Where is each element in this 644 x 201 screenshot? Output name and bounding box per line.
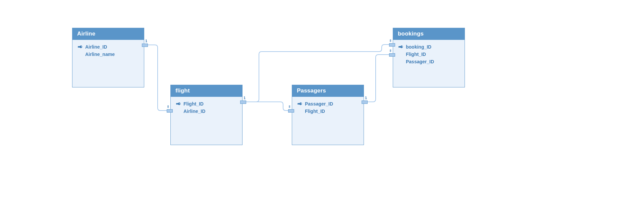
attribute-row: Passager_ID: [398, 58, 461, 65]
cardinality-label: 1: [244, 96, 246, 100]
key-icon: [298, 102, 302, 106]
attribute-name: Passager_ID: [406, 59, 434, 64]
cardinality-label: ∞: [166, 106, 170, 108]
entity-bookings[interactable]: bookings booking_ID Flight_ID Passager_I…: [393, 28, 465, 87]
cardinality-label: 1: [365, 96, 367, 100]
attribute-name: Flight_ID: [183, 101, 204, 107]
port-right[interactable]: [240, 100, 246, 104]
cardinality-label: ∞: [389, 50, 392, 52]
attribute-row: Flight_ID: [398, 51, 461, 58]
entity-body: Flight_ID Airline_ID: [171, 97, 242, 141]
entity-airline[interactable]: Airline Airline_ID Airline_name 1: [72, 28, 144, 87]
port-left[interactable]: [288, 109, 294, 113]
port-left[interactable]: [389, 53, 395, 57]
attribute-name: Flight_ID: [406, 52, 426, 57]
key-icon: [176, 102, 181, 106]
key-icon: [78, 45, 83, 49]
attribute-name: Airline_ID: [183, 109, 205, 114]
port-left[interactable]: [167, 109, 173, 113]
attribute-row: Airline_ID: [77, 43, 140, 51]
attribute-name: Flight_ID: [305, 109, 325, 114]
pk-slot: [398, 45, 404, 49]
entity-flight[interactable]: flight Flight_ID Airline_ID ∞ 1: [170, 85, 243, 145]
entity-body: Airline_ID Airline_name: [72, 40, 144, 84]
pk-slot: [175, 102, 181, 106]
cardinality-label: 1: [145, 39, 147, 43]
pk-slot: [297, 102, 303, 106]
attribute-row: Flight_ID: [175, 100, 238, 108]
pk-slot: [77, 45, 83, 49]
attribute-row: Passager_ID: [297, 100, 360, 108]
attribute-name: booking_ID: [406, 44, 431, 50]
entity-title: Airline: [72, 28, 144, 40]
port-right[interactable]: [362, 100, 368, 104]
attribute-row: Flight_ID: [297, 108, 360, 115]
entity-title: flight: [171, 85, 242, 97]
port-right[interactable]: [142, 44, 148, 47]
entity-title: bookings: [393, 28, 465, 40]
cardinality-label: ∞: [288, 106, 291, 108]
entity-passagers[interactable]: Passagers Passager_ID Flight_ID ∞ 1: [292, 85, 364, 145]
attribute-row: booking_ID: [398, 43, 461, 51]
attribute-name: Airline_name: [85, 52, 115, 57]
er-diagram-canvas: Airline Airline_ID Airline_name 1 flight: [0, 0, 644, 201]
entity-body: Passager_ID Flight_ID: [292, 97, 364, 141]
attribute-row: Airline_name: [77, 51, 140, 58]
attribute-name: Airline_ID: [85, 44, 107, 50]
entity-body: booking_ID Flight_ID Passager_ID: [393, 40, 465, 84]
key-icon: [398, 45, 403, 49]
port-left[interactable]: [389, 43, 395, 47]
attribute-row: Airline_ID: [175, 108, 238, 115]
entity-title: Passagers: [292, 85, 364, 97]
cardinality-label: ∞: [389, 40, 392, 42]
attribute-name: Passager_ID: [305, 101, 333, 107]
